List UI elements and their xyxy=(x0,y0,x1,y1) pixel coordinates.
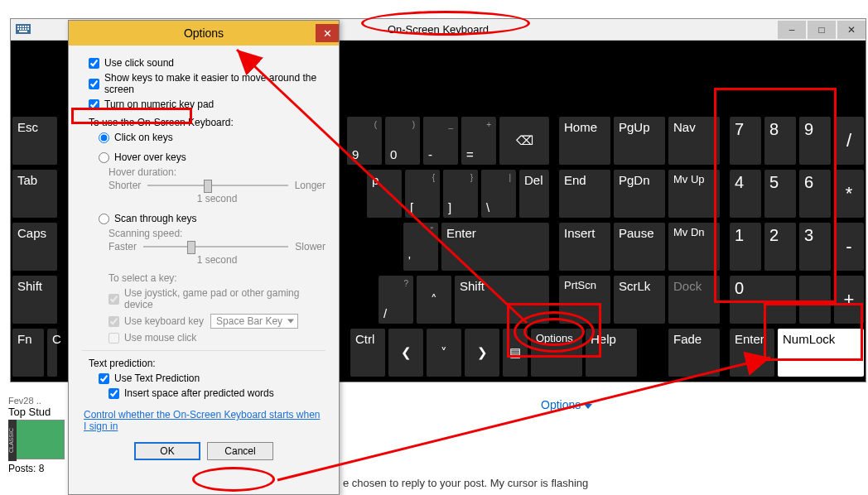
key-9[interactable]: ( 9 xyxy=(347,117,382,165)
slider-thumb[interactable] xyxy=(204,180,212,193)
key-num7[interactable]: 7 xyxy=(730,117,761,165)
sublabel: " xyxy=(408,226,433,235)
key-numminus[interactable]: - xyxy=(834,223,864,271)
key-lbracket[interactable]: { [ xyxy=(405,170,440,218)
key-help[interactable]: Help xyxy=(586,329,637,377)
radio-click-on-keys[interactable]: Click on keys xyxy=(99,132,326,143)
key-insert[interactable]: Insert xyxy=(559,223,610,271)
key-right[interactable]: ❯ xyxy=(465,329,499,377)
key-tab[interactable]: Tab xyxy=(12,170,57,218)
ok-button[interactable]: OK xyxy=(134,442,200,460)
key-menu[interactable]: ▤ xyxy=(503,329,528,377)
key-p[interactable]: p xyxy=(367,170,402,218)
key-numslash[interactable]: / xyxy=(834,117,864,165)
checkbox-click-sound-input[interactable] xyxy=(89,58,99,69)
key-nav[interactable]: Nav xyxy=(668,117,720,165)
key-num8[interactable]: 8 xyxy=(764,117,796,165)
options-close-button[interactable]: ✕ xyxy=(316,24,339,42)
key-enter-pad[interactable]: Enter xyxy=(730,329,774,377)
key-shift-right[interactable]: Shift xyxy=(455,276,549,324)
key-backspace[interactable]: ⌫ xyxy=(499,117,549,165)
key-numdot[interactable]: . xyxy=(799,276,831,324)
checkbox-insert-space-input[interactable] xyxy=(108,388,119,399)
key-num5[interactable]: 5 xyxy=(764,170,796,218)
key-pgdn[interactable]: PgDn xyxy=(614,170,665,218)
key-num9[interactable]: 9 xyxy=(799,117,831,165)
checkbox-use-joystick-input[interactable] xyxy=(108,294,119,305)
key-num6[interactable]: 6 xyxy=(799,170,831,218)
radio-click-on-keys-input[interactable] xyxy=(99,132,109,143)
key-num3[interactable]: 3 xyxy=(799,223,831,271)
slider-track[interactable] xyxy=(147,185,287,186)
key-down[interactable]: ˅ xyxy=(427,329,461,377)
hover-slider[interactable]: Shorter Longer xyxy=(108,180,326,191)
key-end[interactable]: End xyxy=(559,170,610,218)
key-rbracket[interactable]: } ] xyxy=(443,170,478,218)
key-caps[interactable]: Caps xyxy=(12,223,57,271)
startup-link[interactable]: Control whether the On-Screen Keyboard s… xyxy=(84,409,320,432)
key-options[interactable]: Options xyxy=(531,329,582,377)
key-fn[interactable]: Fn xyxy=(12,329,44,377)
key-esc[interactable]: Esc xyxy=(12,117,57,165)
options-toggle[interactable]: Options xyxy=(541,398,592,411)
scan-slider[interactable]: Faster Slower xyxy=(108,241,326,252)
key-minus[interactable]: _ - xyxy=(423,117,458,165)
key-enter[interactable]: Enter xyxy=(441,223,549,271)
maximize-button[interactable]: □ xyxy=(808,21,836,39)
key-prtscn[interactable]: PrtScn xyxy=(559,276,610,324)
minimize-button[interactable]: – xyxy=(778,21,806,39)
key-home[interactable]: Home xyxy=(559,117,610,165)
key-pause[interactable]: Pause xyxy=(614,223,665,271)
checkbox-text-prediction[interactable]: Use Text Prediction xyxy=(99,372,326,384)
sublabel: ( xyxy=(352,120,377,129)
key-numlock[interactable]: NumLock xyxy=(778,329,864,377)
key-scrlk[interactable]: ScrLk xyxy=(614,276,665,324)
key-num4[interactable]: 4 xyxy=(730,170,761,218)
key-dock[interactable]: Dock xyxy=(668,276,720,324)
checkbox-use-keyboard-key-input[interactable] xyxy=(108,316,119,327)
key-c-partial[interactable]: C xyxy=(47,329,57,377)
key-shift-left[interactable]: Shift xyxy=(12,276,57,324)
key-num2[interactable]: 2 xyxy=(764,223,796,271)
checkbox-show-keys-input[interactable] xyxy=(89,79,99,89)
key-del[interactable]: Del xyxy=(519,170,549,218)
key-left[interactable]: ❮ xyxy=(388,329,423,377)
key-pgup[interactable]: PgUp xyxy=(614,117,665,165)
checkbox-insert-space[interactable]: Insert space after predicted words xyxy=(108,387,326,399)
radio-scan-through-keys-input[interactable] xyxy=(99,214,109,224)
key-mvup[interactable]: Mv Up xyxy=(668,170,720,218)
radio-hover-over-keys-input[interactable] xyxy=(99,152,109,163)
key-0[interactable]: ) 0 xyxy=(385,117,420,165)
checkbox-use-joystick[interactable]: Use joystick, game pad or other gaming d… xyxy=(108,287,326,310)
checkbox-text-prediction-input[interactable] xyxy=(99,373,109,384)
cancel-button[interactable]: Cancel xyxy=(207,442,273,460)
keyboard-key-select[interactable]: Space Bar Key xyxy=(210,314,298,329)
radio-hover-over-keys[interactable]: Hover over keys xyxy=(99,151,326,163)
svg-rect-5 xyxy=(27,26,29,27)
checkbox-use-mouse-click[interactable]: Use mouse click xyxy=(108,332,326,344)
checkbox-use-keyboard-key[interactable]: Use keyboard key Space Bar Key xyxy=(108,314,326,329)
checkbox-show-keys[interactable]: Show keys to make it easier to move arou… xyxy=(89,72,326,95)
key-quote[interactable]: " ' xyxy=(403,223,438,271)
slider-thumb[interactable] xyxy=(187,241,195,254)
key-equal[interactable]: + = xyxy=(461,117,496,165)
checkbox-numeric-keypad[interactable]: Turn on numeric key pad xyxy=(89,99,326,110)
key-fade[interactable]: Fade xyxy=(668,329,720,377)
key-nummul[interactable]: * xyxy=(834,170,864,218)
key-numplus[interactable]: + xyxy=(834,276,864,324)
checkbox-click-sound[interactable]: Use click sound xyxy=(89,57,326,69)
key-ctrl[interactable]: Ctrl xyxy=(350,329,385,377)
radio-scan-through-keys[interactable]: Scan through keys xyxy=(99,213,326,224)
checkbox-numeric-keypad-input[interactable] xyxy=(89,99,99,110)
key-slash[interactable]: ? / xyxy=(379,276,413,324)
close-button[interactable]: ✕ xyxy=(837,21,866,39)
key-mvdn[interactable]: Mv Dn xyxy=(668,223,720,271)
key-num1[interactable]: 1 xyxy=(730,223,761,271)
slider-track[interactable] xyxy=(143,246,288,248)
label: Scan through keys xyxy=(114,213,196,224)
key-up[interactable]: ˄ xyxy=(417,276,451,324)
checkbox-use-mouse-click-input[interactable] xyxy=(108,333,119,344)
keylabel: / xyxy=(383,306,387,320)
key-num0[interactable]: 0 xyxy=(730,276,796,324)
key-backslash[interactable]: | \ xyxy=(481,170,516,218)
